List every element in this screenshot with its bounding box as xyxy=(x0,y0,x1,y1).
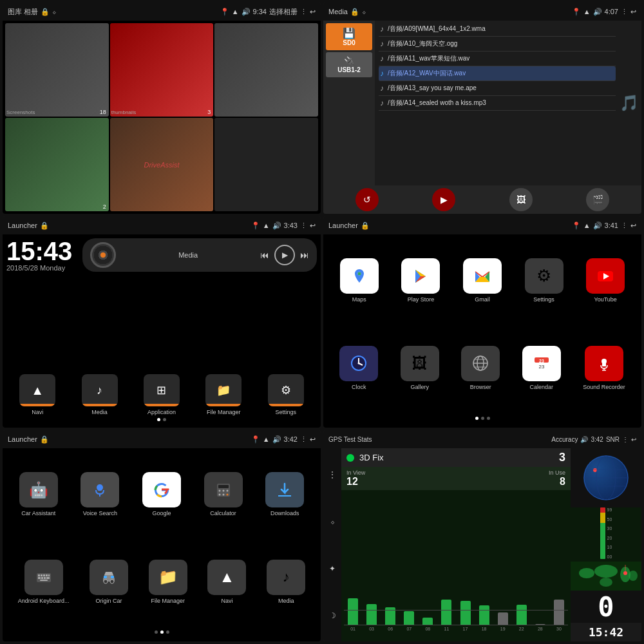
media-item-3[interactable]: ♪ /音频/A12_WAV中国话.wav xyxy=(379,66,616,81)
launcher-more[interactable]: ⋮ xyxy=(300,222,307,230)
files-nav-label: File Manager xyxy=(207,409,241,415)
more-icon[interactable]: ⋮ xyxy=(300,8,307,16)
media-item-5[interactable]: ♪ /音频/A14_sealed woth a kiss.mp3 xyxy=(379,96,616,111)
media-location: 📍 xyxy=(572,8,581,16)
launcher2-back[interactable]: ↩ xyxy=(310,435,316,444)
media-back[interactable]: ↩ xyxy=(630,8,636,16)
next-btn[interactable]: ⏭ xyxy=(300,250,309,260)
sd0-btn[interactable]: 💾 SD0 xyxy=(326,23,372,50)
thumb-count3: 2 xyxy=(103,204,106,210)
image-btn[interactable]: 🖼 xyxy=(509,188,533,211)
calculator-btn[interactable] xyxy=(204,472,243,507)
gps-more[interactable]: ⋮ xyxy=(622,436,629,443)
apps1-lock: 🔒 xyxy=(361,222,370,230)
gps-back[interactable]: ↩ xyxy=(631,436,636,443)
apps1-back[interactable]: ↩ xyxy=(630,222,636,230)
gps-star-icon[interactable]: ✦ xyxy=(329,564,336,573)
svg-rect-50 xyxy=(104,576,107,578)
file-2: /音频/A11_wav苹果短信.wav xyxy=(388,54,469,63)
media-item-2[interactable]: ♪ /音频/A11_wav苹果短信.wav xyxy=(379,52,616,66)
google-icon xyxy=(153,481,171,499)
app-gmail: Gmail xyxy=(463,258,502,303)
video-btn[interactable]: 🎬 xyxy=(586,188,609,211)
back-icon[interactable]: ↩ xyxy=(310,8,316,16)
media-item-1[interactable]: ♪ /音频/A10_海阔天空.ogg xyxy=(379,37,616,52)
gps-menu-icon[interactable]: ⋮ xyxy=(328,470,336,479)
panel-media: Media 🔒 ⬦ 📍 ▲ 🔊 4:07 ⋮ ↩ 💾 SD0 xyxy=(323,3,641,214)
thumb-screenshots[interactable]: Screenshots 18 xyxy=(5,23,109,117)
app-settings: ⚙ Settings xyxy=(525,258,564,303)
note-4: ♪ xyxy=(380,84,384,93)
maps-btn[interactable] xyxy=(340,258,379,294)
gps-moon-icon[interactable]: ☽ xyxy=(329,611,336,620)
gps-bar-07-bar xyxy=(404,611,414,625)
thumb-driveassist[interactable]: DriveAssist xyxy=(110,118,214,211)
gps-bar-07: 07 xyxy=(400,611,418,631)
svg-point-21 xyxy=(601,359,607,364)
navi2-btn[interactable]: ▲ xyxy=(207,560,246,595)
app-media2: ♪ Media xyxy=(267,560,305,604)
recorder-btn[interactable] xyxy=(585,346,623,381)
apps1-dot-2 xyxy=(487,417,490,420)
launcher2-dots xyxy=(8,628,316,636)
navi-btn[interactable]: ▲ xyxy=(19,374,55,406)
file-manager-btn[interactable]: 📁 xyxy=(149,560,187,595)
svg-point-62 xyxy=(629,571,638,581)
clock-btn[interactable] xyxy=(339,346,378,381)
gps-bar-28-label: 28 xyxy=(538,627,543,631)
usb-btn[interactable]: 🔌 USB1-2 xyxy=(326,52,372,77)
thumb-food[interactable]: 2 xyxy=(5,118,109,211)
play-btn[interactable]: ▶ xyxy=(432,188,455,211)
gps-bar-01-bar xyxy=(348,598,358,625)
settings-btn[interactable]: ⚙ xyxy=(525,258,564,294)
thumb-folder3[interactable] xyxy=(214,23,318,117)
gps-big-number: 0 xyxy=(598,591,614,623)
prev-btn[interactable]: ⏮ xyxy=(260,250,269,260)
app-nav-btn[interactable]: ⊞ xyxy=(144,374,180,406)
gmail-icon xyxy=(473,267,491,285)
media-item-4[interactable]: ♪ /音频/A13_say you say me.ape xyxy=(379,81,616,96)
launcher2-more[interactable]: ⋮ xyxy=(300,435,307,444)
gps-share-icon[interactable]: ⬦ xyxy=(330,517,335,526)
lock-icon: 🔒 xyxy=(41,8,50,16)
launcher-content: 15:43 2018/5/28 Monday Media ⏮ ▶ ⏭ xyxy=(3,234,321,428)
media-more[interactable]: ⋮ xyxy=(621,8,628,16)
media2-btn[interactable]: ♪ xyxy=(267,560,305,595)
gmail-btn[interactable] xyxy=(463,258,502,294)
svg-point-59 xyxy=(594,565,618,578)
location-icon: 📍 xyxy=(220,8,229,16)
keyboard-btn[interactable] xyxy=(24,560,63,595)
launcher2-sig: ▲ xyxy=(263,435,270,443)
voice-search-btn[interactable] xyxy=(80,472,119,507)
apps1-more[interactable]: ⋮ xyxy=(621,222,628,230)
gallery-btn[interactable]: 🖼 xyxy=(401,346,439,381)
panel-launcher: Launcher 🔒 📍 ▲ 🔊 3:43 ⋮ ↩ 15:43 2018/5/2… xyxy=(3,216,321,428)
media-item-0[interactable]: ♪ /音频/A09[WMA]_64x44_1x2.wma xyxy=(379,22,616,37)
browser-btn[interactable] xyxy=(461,346,500,381)
volume-icon: 🔊 xyxy=(242,8,251,16)
gallery-title: 选择相册 xyxy=(269,7,298,17)
app-recorder: Sound Recorder xyxy=(583,346,625,390)
play-circle-btn[interactable]: ▶ xyxy=(274,245,295,265)
car-assistant-btn[interactable]: 🤖 xyxy=(19,472,58,507)
youtube-btn[interactable] xyxy=(586,258,625,294)
gallery-label: Gallery xyxy=(410,384,429,390)
files-nav-btn[interactable]: 📁 xyxy=(205,374,242,406)
settings-nav-btn[interactable]: ⚙ xyxy=(268,374,304,406)
downloads-btn[interactable] xyxy=(265,472,304,507)
thumb-thumbnails[interactable]: thumbnails 3 xyxy=(110,23,214,117)
panel-launcher2: Launcher 🔒 📍 ▲ 🔊 3:42 ⋮ ↩ 🤖 Car Assistan xyxy=(3,430,321,641)
google-btn[interactable] xyxy=(142,472,181,507)
launcher-back[interactable]: ↩ xyxy=(310,222,316,230)
media-nav-btn[interactable]: ♪ xyxy=(82,374,118,406)
robot-icon: 🤖 xyxy=(29,481,48,499)
media-footer: ↺ ▶ 🖼 🎬 xyxy=(323,185,641,214)
calendar-btn[interactable]: 23 23 xyxy=(522,346,561,381)
svg-point-48 xyxy=(104,580,108,583)
refresh-btn[interactable]: ↺ xyxy=(355,188,379,211)
note-5: ♪ xyxy=(380,99,384,108)
media-player-widget[interactable]: Media ⏮ ▶ ⏭ xyxy=(82,238,317,272)
origin-car-btn[interactable] xyxy=(90,560,128,595)
svg-point-10 xyxy=(358,363,360,365)
playstore-btn[interactable] xyxy=(401,258,440,294)
